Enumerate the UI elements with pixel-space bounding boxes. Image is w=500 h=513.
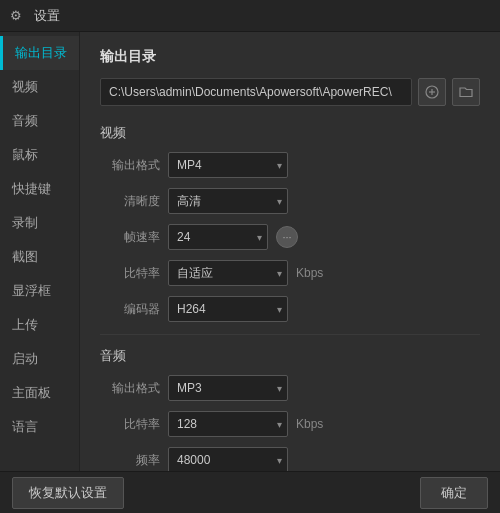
dir-folder-button[interactable] [452,78,480,106]
resolution-select-wrapper: 高清标清超高清 [168,188,288,214]
sidebar-item-record[interactable]: 录制 [0,206,79,240]
sidebar-item-mouse[interactable]: 鼠标 [0,138,79,172]
framerate-row: 帧速率 243060 ··· [100,224,480,250]
dir-path-input[interactable] [100,78,412,106]
audio-freq-select-wrapper: 441004800096000 [168,447,288,471]
sidebar-item-dashboard[interactable]: 主面板 [0,376,79,410]
sidebar-item-audio[interactable]: 音频 [0,104,79,138]
encoder-select-wrapper: H264H265MPEG4 [168,296,288,322]
audio-section-title: 音频 [100,347,480,365]
audio-format-row: 输出格式 MP3AACWAV [100,375,480,401]
sidebar-item-output-dir[interactable]: 输出目录 [0,36,79,70]
audio-bitrate-select[interactable]: 128192256320 [168,411,288,437]
sidebar-item-upload[interactable]: 上传 [0,308,79,342]
resolution-select[interactable]: 高清标清超高清 [168,188,288,214]
dir-row [100,78,480,106]
sidebar: 输出目录视频音频鼠标快捷键录制截图显浮框上传启动主面板语言 [0,32,80,471]
reset-button[interactable]: 恢复默认设置 [12,477,124,509]
encoder-row: 编码器 H264H265MPEG4 [100,296,480,322]
sidebar-item-video[interactable]: 视频 [0,70,79,104]
divider-1 [100,334,480,335]
sidebar-item-startup[interactable]: 启动 [0,342,79,376]
audio-bitrate-row: 比特率 128192256320 Kbps [100,411,480,437]
framerate-select-wrapper: 243060 [168,224,268,250]
audio-format-select-wrapper: MP3AACWAV [168,375,288,401]
framerate-select[interactable]: 243060 [168,224,268,250]
video-section-title: 视频 [100,124,480,142]
bitrate-label: 比特率 [100,265,160,282]
section-title-output-dir: 输出目录 [100,48,480,66]
title-bar: ⚙ 设置 [0,0,500,32]
encoder-label: 编码器 [100,301,160,318]
encoder-select[interactable]: H264H265MPEG4 [168,296,288,322]
confirm-button[interactable]: 确定 [420,477,488,509]
output-format-row: 输出格式 MP4AVIMOVWMV [100,152,480,178]
output-format-label: 输出格式 [100,157,160,174]
settings-icon: ⚙ [10,8,26,24]
bitrate-unit: Kbps [296,266,323,280]
resolution-row: 清晰度 高清标清超高清 [100,188,480,214]
bitrate-select[interactable]: 自适应51210242048 [168,260,288,286]
audio-freq-select[interactable]: 441004800096000 [168,447,288,471]
content-area: 输出目录 视频 输出格式 MP4AVIMOVWMV [80,32,500,471]
audio-bitrate-select-wrapper: 128192256320 [168,411,288,437]
resolution-label: 清晰度 [100,193,160,210]
audio-bitrate-unit: Kbps [296,417,323,431]
sidebar-item-hotkey[interactable]: 快捷键 [0,172,79,206]
sidebar-item-language[interactable]: 语言 [0,410,79,444]
audio-bitrate-label: 比特率 [100,416,160,433]
output-format-select[interactable]: MP4AVIMOVWMV [168,152,288,178]
audio-format-label: 输出格式 [100,380,160,397]
bitrate-row: 比特率 自适应51210242048 Kbps [100,260,480,286]
framerate-info-button[interactable]: ··· [276,226,298,248]
output-format-select-wrapper: MP4AVIMOVWMV [168,152,288,178]
audio-freq-row: 频率 441004800096000 [100,447,480,471]
sidebar-item-screenshot[interactable]: 截图 [0,240,79,274]
framerate-label: 帧速率 [100,229,160,246]
sidebar-item-floating-frame[interactable]: 显浮框 [0,274,79,308]
audio-format-select[interactable]: MP3AACWAV [168,375,288,401]
main-layout: 输出目录视频音频鼠标快捷键录制截图显浮框上传启动主面板语言 输出目录 视频 [0,32,500,471]
dir-add-button[interactable] [418,78,446,106]
bitrate-select-wrapper: 自适应51210242048 [168,260,288,286]
title-bar-text: 设置 [34,7,60,25]
bottom-bar: 恢复默认设置 确定 [0,471,500,513]
audio-freq-label: 频率 [100,452,160,469]
